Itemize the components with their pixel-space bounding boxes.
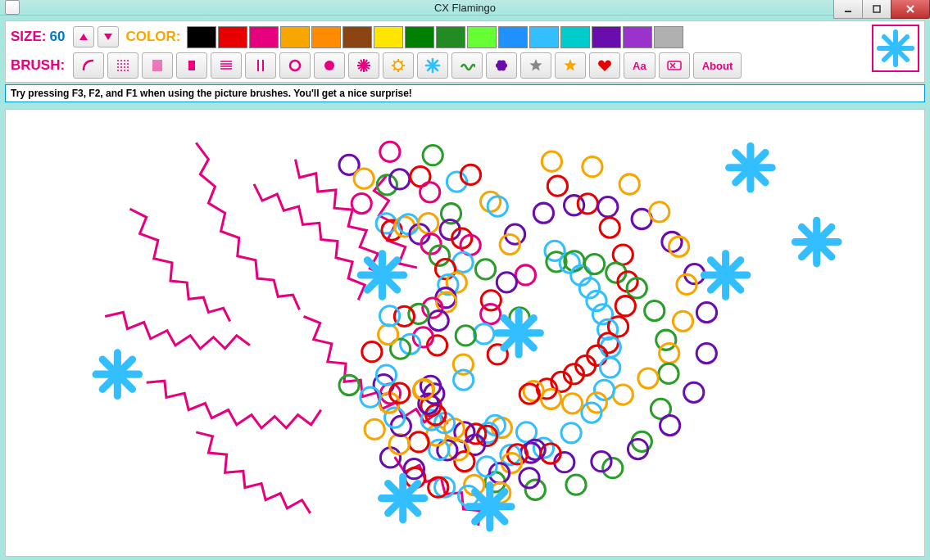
svg-point-182 bbox=[684, 382, 704, 402]
erase-icon bbox=[666, 59, 683, 72]
squiggle-icon bbox=[459, 57, 475, 74]
close-button[interactable] bbox=[891, 0, 930, 19]
erase-button[interactable] bbox=[659, 52, 690, 79]
svg-point-13 bbox=[127, 63, 129, 65]
about-label: About bbox=[702, 60, 733, 72]
svg-point-111 bbox=[475, 260, 495, 279]
color-swatch-9[interactable] bbox=[467, 26, 497, 48]
svg-point-12 bbox=[124, 63, 125, 65]
color-swatch-2[interactable] bbox=[249, 26, 279, 48]
svg-point-21 bbox=[127, 70, 129, 71]
brush-ring[interactable] bbox=[279, 52, 311, 79]
svg-point-206 bbox=[525, 480, 545, 499]
row-size-color: SIZE: 60 COLOR: bbox=[11, 25, 864, 49]
color-swatch-7[interactable] bbox=[405, 26, 434, 48]
row-brush: BRUSH: Aa About bbox=[11, 52, 864, 79]
svg-point-142 bbox=[533, 203, 553, 223]
color-swatch-8[interactable] bbox=[436, 26, 465, 48]
size-label: SIZE: bbox=[11, 29, 46, 45]
svg-point-68 bbox=[500, 64, 503, 67]
svg-point-102 bbox=[480, 192, 500, 211]
svg-point-20 bbox=[124, 70, 125, 71]
snowflake-icon bbox=[876, 29, 915, 68]
svg-point-141 bbox=[339, 375, 359, 395]
text-tool-button[interactable]: Aa bbox=[624, 52, 656, 79]
svg-point-148 bbox=[583, 157, 602, 177]
triangle-down-icon bbox=[103, 33, 113, 41]
toolbar: SIZE: 60 COLOR: BRUSH: Aa bbox=[5, 20, 925, 83]
color-swatch-11[interactable] bbox=[529, 26, 559, 48]
svg-line-51 bbox=[401, 68, 403, 70]
brush-hlines[interactable] bbox=[211, 52, 242, 79]
brush-gear[interactable] bbox=[383, 52, 414, 79]
brush-star-gold[interactable] bbox=[555, 52, 586, 79]
svg-rect-28 bbox=[188, 61, 195, 70]
brush-disc[interactable] bbox=[314, 52, 345, 79]
svg-point-16 bbox=[124, 66, 125, 68]
color-swatch-3[interactable] bbox=[280, 26, 310, 48]
svg-point-181 bbox=[659, 364, 678, 383]
star-grey-icon bbox=[528, 57, 544, 74]
rect-icon bbox=[184, 57, 200, 74]
svg-point-218 bbox=[519, 468, 539, 488]
vlines-icon bbox=[252, 57, 269, 74]
brush-star-grey[interactable] bbox=[520, 52, 551, 79]
brush-dots[interactable] bbox=[107, 52, 138, 79]
svg-point-15 bbox=[120, 66, 122, 68]
brush-vbar-dense[interactable] bbox=[142, 52, 173, 79]
color-label: COLOR: bbox=[125, 29, 180, 45]
brush-flower[interactable] bbox=[486, 52, 517, 79]
hlines-icon bbox=[218, 57, 234, 74]
color-swatch-6[interactable] bbox=[374, 26, 403, 48]
svg-point-127 bbox=[454, 370, 474, 390]
color-swatch-1[interactable] bbox=[218, 26, 247, 48]
svg-point-112 bbox=[515, 265, 535, 285]
svg-point-171 bbox=[645, 300, 665, 320]
color-swatch-13[interactable] bbox=[592, 26, 621, 48]
brush-vlines[interactable] bbox=[245, 52, 276, 79]
svg-point-188 bbox=[613, 385, 633, 404]
about-button[interactable]: About bbox=[693, 52, 742, 79]
svg-point-154 bbox=[600, 218, 619, 237]
svg-point-14 bbox=[117, 66, 119, 68]
brush-rect[interactable] bbox=[176, 52, 207, 79]
gear-icon bbox=[390, 57, 406, 74]
brush-curve[interactable] bbox=[73, 52, 104, 79]
ring-icon bbox=[287, 57, 303, 74]
minimize-icon bbox=[843, 4, 853, 14]
color-swatch-10[interactable] bbox=[498, 26, 528, 48]
minimize-button[interactable] bbox=[833, 0, 863, 19]
svg-point-19 bbox=[120, 70, 122, 71]
svg-point-163 bbox=[669, 237, 688, 256]
brush-snowflake[interactable] bbox=[417, 52, 448, 79]
size-up-button[interactable] bbox=[73, 26, 94, 47]
window-title: CX Flamingo bbox=[0, 2, 930, 14]
color-swatch-15[interactable] bbox=[654, 26, 683, 48]
maximize-button[interactable] bbox=[862, 0, 891, 19]
brush-squiggle[interactable] bbox=[451, 52, 483, 79]
svg-point-84 bbox=[354, 169, 374, 188]
color-swatch-12[interactable] bbox=[560, 26, 590, 48]
color-swatch-5[interactable] bbox=[343, 26, 372, 48]
svg-point-9 bbox=[127, 60, 129, 61]
brush-preview bbox=[872, 25, 919, 72]
titlebar[interactable]: CX Flamingo bbox=[0, 0, 930, 16]
heart-icon bbox=[597, 57, 613, 74]
window-buttons bbox=[834, 0, 930, 19]
svg-point-11 bbox=[120, 63, 122, 65]
dots-icon bbox=[115, 57, 131, 74]
color-swatch-14[interactable] bbox=[623, 26, 652, 48]
svg-point-197 bbox=[592, 452, 611, 472]
size-down-button[interactable] bbox=[98, 26, 119, 47]
svg-point-125 bbox=[429, 310, 448, 330]
brush-burst[interactable] bbox=[348, 52, 379, 79]
color-swatch-4[interactable] bbox=[311, 26, 341, 48]
brush-heart[interactable] bbox=[589, 52, 620, 79]
svg-marker-4 bbox=[79, 34, 88, 40]
svg-point-139 bbox=[379, 306, 399, 326]
drawing-canvas[interactable] bbox=[5, 109, 925, 557]
svg-point-93 bbox=[423, 146, 442, 165]
svg-point-144 bbox=[547, 176, 567, 196]
svg-point-89 bbox=[390, 169, 410, 189]
color-swatch-0[interactable] bbox=[187, 26, 216, 48]
